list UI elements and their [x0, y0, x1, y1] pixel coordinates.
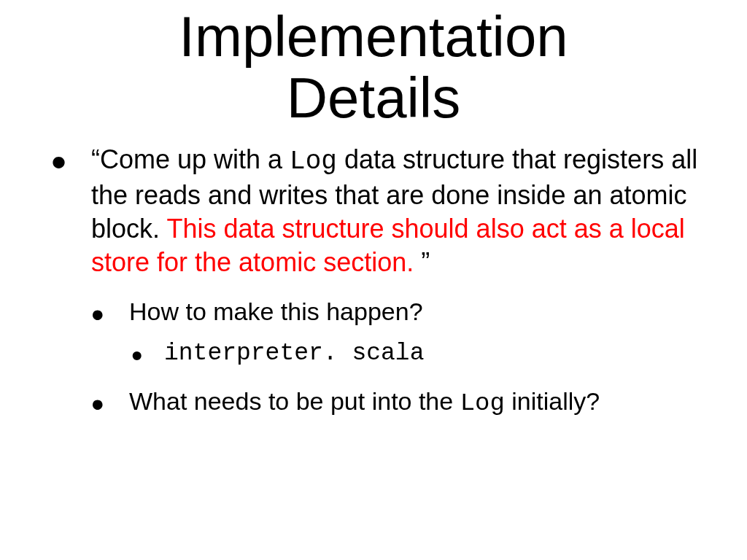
bullet4-text: What needs to be put into the Log initia… [129, 385, 727, 419]
bullet1-text: “Come up with a Log data structure that … [91, 143, 708, 279]
bullet-dot-icon: • [91, 297, 104, 333]
bullet3-text: interpreter. scala [164, 338, 708, 370]
bullet-level3: • interpreter. scala [131, 338, 708, 370]
bullet-level2: • What needs to be put into the Log init… [91, 385, 708, 419]
bullet1-pre: “Come up with a [91, 144, 290, 174]
slide-body: • “Come up with a Log data structure tha… [51, 143, 708, 420]
bullet4-pre: What needs to be put into the [129, 387, 460, 415]
bullet4-post: initially? [505, 387, 600, 415]
bullet-dot-icon: • [131, 340, 142, 372]
title-line1: Implementation [179, 4, 568, 69]
bullet-level2: • How to make this happen? [91, 295, 708, 327]
slide-title: Implementation Details [0, 6, 747, 128]
title-line2: Details [0, 67, 747, 128]
bullet-level1: • “Come up with a Log data structure tha… [51, 143, 708, 279]
bullet1-post: ” [414, 247, 430, 277]
bullet2-text: How to make this happen? [129, 295, 708, 327]
bullet4-code: Log [460, 389, 505, 417]
bullet1-code: Log [290, 147, 337, 176]
bullet-dot-icon: • [91, 386, 104, 423]
slide: Implementation Details • “Come up with a… [0, 0, 747, 560]
bullet-dot-icon: • [51, 141, 66, 184]
bullet1-red: This data structure should also act as a… [91, 214, 685, 277]
